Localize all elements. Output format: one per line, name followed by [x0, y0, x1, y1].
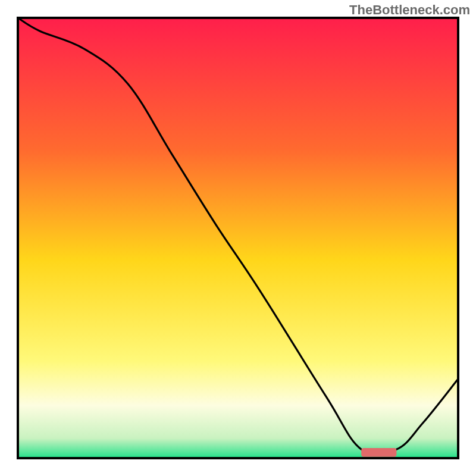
watermark-text: TheBottleneck.com	[349, 2, 470, 18]
chart-container: { "watermark": "TheBottleneck.com", "cha…	[0, 0, 476, 476]
plot-background	[18, 18, 458, 458]
optimal-range-marker	[361, 448, 396, 457]
bottleneck-chart	[0, 0, 476, 476]
